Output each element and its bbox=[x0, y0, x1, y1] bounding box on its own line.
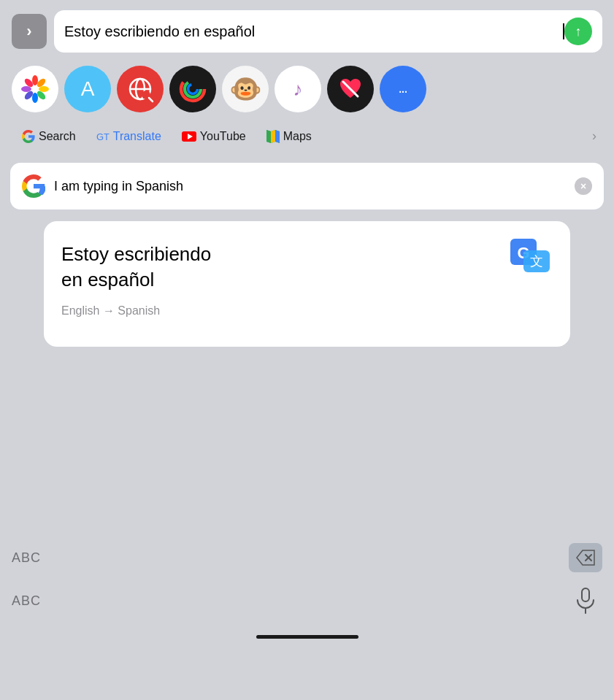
search-input[interactable]: Estoy escribiendo en español bbox=[64, 23, 562, 40]
svg-text:♪: ♪ bbox=[293, 78, 303, 100]
keyboard-area: ABC ABC bbox=[0, 533, 614, 700]
gtranslate-svg: G 文 bbox=[510, 239, 553, 275]
chevron-right-icon: › bbox=[26, 23, 31, 39]
quick-links-row: Search GT Translate YouTube Maps › bbox=[0, 121, 614, 160]
translation-text: Estoy escribiendoen español bbox=[61, 242, 445, 293]
quick-link-translate-label: Translate bbox=[113, 130, 161, 143]
keyboard-bottom-bar: ABC bbox=[0, 578, 614, 629]
microphone-icon bbox=[575, 588, 596, 614]
more-app-icon[interactable]: ... bbox=[380, 66, 426, 112]
heart-icon bbox=[337, 76, 364, 102]
readdle-search-icon bbox=[126, 74, 155, 104]
keyboard-delete-button[interactable] bbox=[569, 543, 602, 572]
svg-point-17 bbox=[188, 85, 198, 94]
maps-icon bbox=[266, 130, 280, 143]
svg-point-8 bbox=[31, 85, 39, 93]
google-suggestion-bar[interactable]: I am typing in Spanish × bbox=[10, 163, 604, 209]
translation-card[interactable]: Estoy escribiendoen español English → Sp… bbox=[44, 221, 570, 347]
svg-text:GT: GT bbox=[96, 131, 110, 142]
svg-text:A: A bbox=[81, 77, 95, 100]
app-icons-row: A 🐵 ♪ bbox=[0, 60, 614, 121]
quick-links-more-button[interactable]: › bbox=[586, 124, 602, 148]
svg-point-0 bbox=[32, 75, 38, 85]
quick-link-translate[interactable]: GT Translate bbox=[86, 126, 172, 147]
svg-point-2 bbox=[39, 86, 49, 92]
quick-link-maps-label: Maps bbox=[283, 130, 312, 143]
search-bar-area: › Estoy escribiendo en español ↑ bbox=[0, 0, 614, 60]
translate-icon: GT bbox=[96, 130, 110, 143]
quick-link-youtube-label: YouTube bbox=[200, 130, 246, 143]
keyboard-abc-bottom-label: ABC bbox=[12, 593, 41, 609]
svg-marker-26 bbox=[275, 130, 280, 143]
delete-icon bbox=[576, 550, 595, 566]
svg-line-14 bbox=[149, 98, 153, 101]
search-submit-button[interactable]: ↑ bbox=[564, 18, 592, 45]
svg-marker-24 bbox=[266, 130, 271, 143]
heart-app-icon[interactable] bbox=[327, 66, 374, 112]
svg-point-6 bbox=[21, 86, 31, 92]
photos-app-icon[interactable] bbox=[12, 66, 58, 112]
readdle-search-app-icon[interactable] bbox=[117, 66, 164, 112]
quick-link-youtube[interactable]: YouTube bbox=[172, 126, 256, 147]
search-input-wrapper[interactable]: Estoy escribiendo en español ↑ bbox=[54, 10, 602, 53]
music-app-icon[interactable]: ♪ bbox=[275, 66, 321, 112]
svg-point-4 bbox=[32, 93, 38, 103]
appstore-app-icon[interactable]: A bbox=[64, 66, 111, 112]
quick-link-search-label: Search bbox=[39, 130, 76, 143]
keyboard-mic-button[interactable] bbox=[569, 584, 602, 618]
svg-rect-33 bbox=[582, 588, 589, 601]
fitness-icon bbox=[178, 74, 207, 104]
photos-icon bbox=[20, 74, 50, 104]
quick-link-maps[interactable]: Maps bbox=[256, 126, 322, 147]
translation-direction: English → Spanish bbox=[61, 304, 553, 318]
svg-text:文: 文 bbox=[530, 254, 543, 269]
quick-link-search[interactable]: Search bbox=[12, 126, 86, 147]
clear-suggestion-button[interactable]: × bbox=[575, 177, 592, 195]
back-button[interactable]: › bbox=[12, 14, 47, 49]
google-logo-icon bbox=[22, 174, 45, 198]
home-indicator bbox=[256, 635, 358, 639]
svg-marker-25 bbox=[271, 130, 275, 143]
google-g-icon bbox=[22, 130, 35, 143]
keyboard-top-bar: ABC bbox=[0, 533, 614, 578]
keyboard-abc-label: ABC bbox=[12, 550, 41, 566]
google-suggestion-text: I am typing in Spanish bbox=[54, 179, 566, 194]
google-translate-icon: G 文 bbox=[510, 239, 553, 275]
music-icon: ♪ bbox=[285, 76, 311, 102]
youtube-icon bbox=[182, 131, 196, 142]
arrow-up-icon: ↑ bbox=[575, 24, 582, 39]
monkey-app-icon[interactable]: 🐵 bbox=[222, 66, 269, 112]
appstore-icon: A bbox=[74, 75, 101, 103]
fitness-app-icon[interactable] bbox=[169, 66, 216, 112]
